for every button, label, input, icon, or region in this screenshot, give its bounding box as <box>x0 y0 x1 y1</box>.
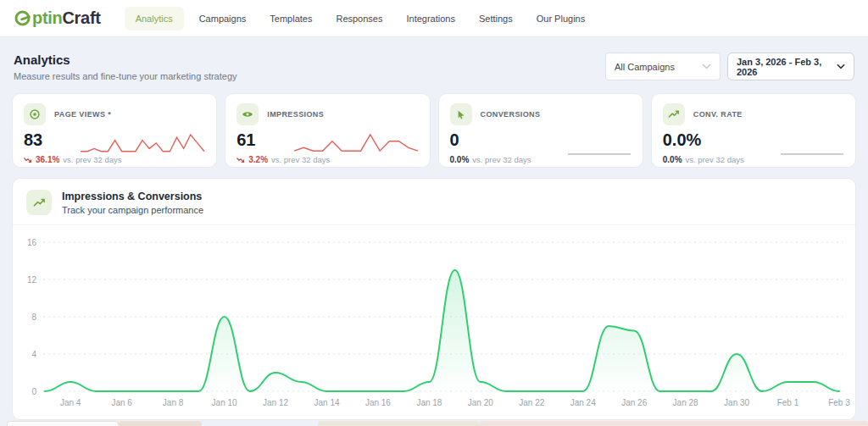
stat-compare: vs. prev 32 days <box>686 155 744 164</box>
top-navbar: ptinCraft Analytics Campaigns Templates … <box>0 0 868 37</box>
svg-text:8: 8 <box>31 313 36 322</box>
stat-card-page-views: PAGE VIEWS * 83 36.1% vs. prev 32 days <box>12 93 217 168</box>
svg-text:16: 16 <box>27 238 37 247</box>
page-title: Analytics <box>14 53 237 67</box>
trending-down-icon <box>236 157 245 163</box>
stat-card-impressions: IMPRESSIONS 61 3.2% vs. prev 32 days <box>225 93 430 168</box>
svg-text:Jan 20: Jan 20 <box>468 398 493 407</box>
main-nav: Analytics Campaigns Templates Responses … <box>125 7 594 30</box>
svg-text:Jan 12: Jan 12 <box>263 398 288 407</box>
campaigns-filter-select[interactable]: All Campaigns <box>605 53 721 80</box>
svg-text:Jan 28: Jan 28 <box>673 398 698 407</box>
svg-text:Jan 22: Jan 22 <box>519 398 544 407</box>
svg-text:Feb 1: Feb 1 <box>777 398 799 407</box>
svg-text:Jan 8: Jan 8 <box>163 398 184 407</box>
stat-label: CONV. RATE <box>693 110 743 119</box>
cursor-click-icon <box>450 103 472 125</box>
svg-text:Jan 26: Jan 26 <box>621 398 647 407</box>
main-content: Analytics Measure results and fine-tune … <box>0 37 868 420</box>
below-fold-row <box>0 420 868 426</box>
conv-rate-sparkline <box>779 130 845 158</box>
svg-text:0: 0 <box>31 387 36 396</box>
area-chart[interactable]: 0481216Jan 4Jan 6Jan 8Jan 10Jan 12Jan 14… <box>13 230 856 412</box>
below-fold-card-edge <box>7 421 119 426</box>
svg-text:Feb 3: Feb 3 <box>828 398 850 407</box>
svg-text:12: 12 <box>27 275 37 285</box>
svg-text:4: 4 <box>31 350 36 359</box>
optincraft-logo[interactable]: ptinCraft <box>14 8 101 28</box>
svg-text:Jan 10: Jan 10 <box>212 398 237 407</box>
stat-label: IMPRESSIONS <box>267 110 324 119</box>
below-fold-card-edge <box>479 421 868 426</box>
trending-up-icon <box>26 190 52 215</box>
nav-item-our-plugins[interactable]: Our Plugins <box>528 7 593 30</box>
stat-compare: vs. prev 32 days <box>472 155 531 164</box>
stat-delta: 0.0% <box>450 155 470 164</box>
stat-delta: 0.0% <box>663 155 682 164</box>
svg-text:Jan 4: Jan 4 <box>60 398 81 407</box>
svg-text:Jan 14: Jan 14 <box>314 398 339 407</box>
nav-item-analytics[interactable]: Analytics <box>125 7 184 30</box>
campaigns-filter-value: All Campaigns <box>615 62 675 72</box>
impressions-sparkline <box>292 130 420 158</box>
stat-label: PAGE VIEWS * <box>54 110 111 119</box>
trending-down-icon <box>24 157 32 163</box>
chart-subtitle: Track your campaign performance <box>62 205 203 215</box>
eye-icon <box>24 103 46 125</box>
impressions-eye-icon <box>236 103 259 125</box>
below-fold-card-edge <box>119 421 202 426</box>
trending-up-icon <box>663 103 685 125</box>
chevron-down-icon <box>702 64 711 69</box>
chevron-down-icon <box>837 64 845 69</box>
nav-item-integrations[interactable]: Integrations <box>398 7 463 30</box>
svg-text:Jan 24: Jan 24 <box>570 398 596 407</box>
date-range-value: Jan 3, 2026 - Feb 3, 2026 <box>737 57 837 77</box>
nav-item-settings[interactable]: Settings <box>470 7 521 30</box>
nav-item-responses[interactable]: Responses <box>327 7 391 30</box>
conversions-sparkline <box>566 130 632 158</box>
stat-delta: 36.1% <box>36 155 59 164</box>
stat-card-conversions: CONVERSIONS 0 0.0% vs. prev 32 days <box>438 93 643 168</box>
svg-text:Jan 6: Jan 6 <box>111 398 132 407</box>
logo-text: ptinCraft <box>32 8 101 28</box>
chart-title: Impressions & Conversions <box>62 191 203 202</box>
date-range-picker[interactable]: Jan 3, 2026 - Feb 3, 2026 <box>727 53 854 80</box>
below-fold-card-edge <box>318 421 479 426</box>
gauge-icon <box>14 9 31 27</box>
stats-row: PAGE VIEWS * 83 36.1% vs. prev 32 days I… <box>12 93 856 168</box>
impressions-conversions-chart-card: Impressions & Conversions Track your cam… <box>12 178 856 420</box>
nav-item-campaigns[interactable]: Campaigns <box>191 7 255 30</box>
svg-text:Jan 18: Jan 18 <box>416 398 442 407</box>
svg-text:Jan 30: Jan 30 <box>724 398 749 407</box>
page-subtitle: Measure results and fine-tune your marke… <box>14 71 237 81</box>
stat-delta: 3.2% <box>248 155 268 164</box>
svg-text:Jan 16: Jan 16 <box>365 398 391 407</box>
stat-card-conv-rate: CONV. RATE 0.0% 0.0% vs. prev 32 days <box>651 93 856 168</box>
nav-item-templates[interactable]: Templates <box>261 7 320 30</box>
page-views-sparkline <box>79 130 206 158</box>
stat-label: CONVERSIONS <box>481 110 541 119</box>
